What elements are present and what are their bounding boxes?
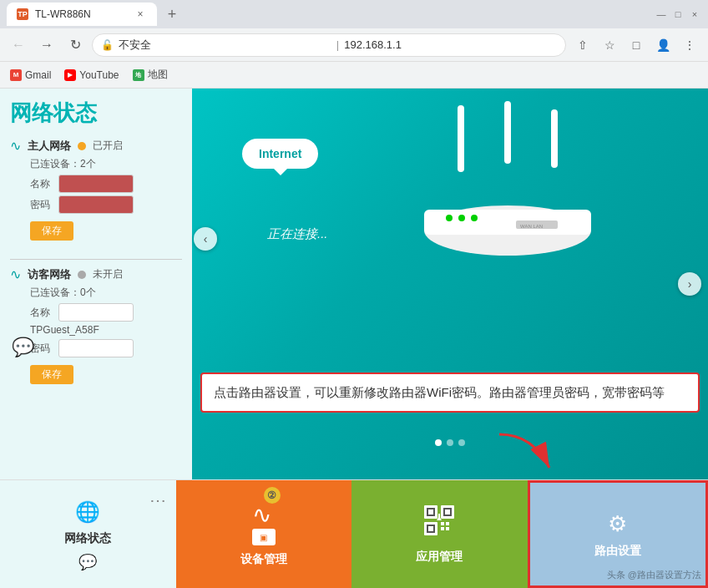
more-options-icon[interactable]: ⋯: [149, 490, 166, 510]
svg-rect-20: [441, 522, 444, 525]
annotation-box: 点击路由器设置，可以重新修改路由器WiFi密码。路由器管理员密码，宽带密码等: [200, 373, 700, 413]
svg-rect-0: [458, 105, 464, 172]
device-screen-icon: ▣: [252, 529, 276, 545]
nav-device-mgmt[interactable]: ② ∿ ▣ 设备管理: [176, 480, 352, 588]
guest-network-section: ∿ 访客网络 未开启 已连设备：0个 名称 TPGuest_A58F 密码 保存: [10, 266, 182, 389]
guest-password-row: 密码: [30, 339, 182, 357]
device-mgmt-badge: ②: [264, 487, 281, 504]
browser-toolbar: ← → ↻ 🔓 不安全 | 192.168.1.1 ⇧ ☆ □ 👤 ⋮: [0, 28, 708, 62]
share-icon[interactable]: ⇧: [571, 33, 594, 57]
profile-icon[interactable]: 👤: [651, 33, 675, 57]
tab-favicon: TP: [17, 8, 28, 20]
browser-tab[interactable]: TP TL-WR886N ×: [7, 3, 157, 26]
nav-app-mgmt[interactable]: 应用管理: [351, 480, 528, 588]
main-save-button[interactable]: 保存: [30, 221, 73, 241]
main-network-section: ∿ 主人网络 已开启 已连设备：2个 名称 密码 保存: [10, 138, 182, 246]
annotation-text: 点击路由器设置，可以重新修改路由器WiFi密码。路由器管理员密码，宽带密码等: [214, 385, 665, 399]
star-icon[interactable]: ☆: [598, 33, 621, 57]
maximize-button[interactable]: □: [671, 8, 685, 21]
forward-button[interactable]: →: [35, 33, 58, 57]
nav-network-status[interactable]: ⋯ 🌐 网络状态 💬: [0, 480, 176, 588]
carousel-dot-2: [447, 439, 453, 446]
main-password-label: 密码: [30, 198, 53, 212]
internet-cloud: Internet: [242, 139, 318, 169]
wifi-icon-guest: ∿: [10, 266, 21, 282]
guest-name-input[interactable]: [58, 303, 134, 322]
sidebar-divider: [10, 259, 182, 260]
bottom-nav: ⋯ 🌐 网络状态 💬 ② ∿ ▣ 设备管理: [0, 479, 708, 588]
guest-ssid-display: TPGuest_A58F: [30, 324, 182, 336]
back-button[interactable]: ←: [7, 33, 30, 57]
carousel-dots: [435, 439, 465, 446]
page-content: 网络状态 ∿ 主人网络 已开启 已连设备：2个 名称 密码 保存: [0, 89, 708, 479]
bookmark-youtube[interactable]: ▶ YouTube: [64, 69, 119, 81]
main-network-label: 主人网络: [28, 139, 71, 154]
svg-rect-22: [441, 527, 444, 530]
main-name-row: 名称: [30, 175, 182, 193]
chat-icon: 💬: [12, 337, 34, 357]
guest-network-status: 未开启: [93, 267, 123, 281]
guest-password-input[interactable]: [58, 339, 134, 357]
watermark: 头条 @路由器设置方法: [607, 569, 701, 581]
main-network-status-dot: [78, 142, 86, 150]
svg-rect-25: [438, 514, 440, 518]
security-label: 不安全: [119, 38, 331, 53]
guest-network-header: ∿ 访客网络 未开启: [10, 266, 182, 282]
nav-router-settings-label: 路由设置: [594, 544, 641, 559]
maps-icon: 地: [133, 69, 144, 81]
cloud-label: Internet: [259, 147, 301, 160]
guest-name-row: 名称: [30, 303, 182, 322]
svg-rect-23: [446, 527, 449, 530]
minimize-button[interactable]: —: [655, 8, 668, 21]
browser-frame: TP TL-WR886N × + — □ × ← → ↻ 🔓 不安全 | 192…: [0, 0, 708, 588]
close-button[interactable]: ×: [688, 8, 701, 21]
main-password-input[interactable]: [58, 195, 134, 214]
nav-device-mgmt-label: 设备管理: [240, 552, 287, 567]
bookmark-gmail[interactable]: M Gmail: [10, 69, 51, 81]
bookmark-youtube-label: YouTube: [79, 69, 119, 81]
tab-title: TL-WR886N: [35, 8, 91, 20]
toolbar-icons: ⇧ ☆ □ 👤 ⋮: [571, 33, 701, 57]
svg-rect-21: [446, 522, 449, 525]
guest-name-label: 名称: [30, 306, 53, 320]
cloud-area: Internet: [242, 139, 318, 169]
sidebar-title: 网络状态: [10, 99, 182, 128]
new-tab-button[interactable]: +: [160, 3, 184, 26]
security-icon: 🔓: [101, 39, 114, 51]
globe-icon: 🌐: [75, 500, 100, 523]
main-name-input[interactable]: [58, 175, 134, 193]
connecting-text: 正在连接...: [267, 226, 328, 242]
guest-save-button[interactable]: 保存: [30, 365, 73, 384]
bookmark-maps[interactable]: 地 地图: [133, 68, 168, 82]
carousel-prev-button[interactable]: ‹: [194, 227, 217, 251]
menu-icon[interactable]: ⋮: [678, 33, 701, 57]
bookmarks-bar: M Gmail ▶ YouTube 地 地图: [0, 62, 708, 89]
refresh-button[interactable]: ↻: [63, 33, 87, 57]
guest-devices-count: 已连设备：0个: [30, 286, 182, 300]
url-text: 192.168.1.1: [344, 38, 557, 51]
router-settings-icon-area: ⚙: [608, 510, 627, 537]
address-bar[interactable]: 🔓 不安全 | 192.168.1.1: [92, 33, 566, 57]
wifi-big-icon: ∿: [252, 502, 271, 528]
nav-chat-icon: 💬: [78, 553, 97, 571]
extensions-icon[interactable]: □: [625, 33, 648, 57]
svg-rect-16: [445, 509, 450, 514]
main-name-label: 名称: [30, 177, 53, 191]
device-mgmt-icon-area: ∿ ▣: [252, 501, 276, 545]
svg-point-7: [446, 215, 453, 221]
nav-network-status-label: 网络状态: [64, 531, 111, 546]
main-network-status: 已开启: [93, 139, 123, 153]
youtube-icon: ▶: [64, 69, 76, 81]
carousel-next-button[interactable]: ›: [678, 272, 701, 296]
guest-network-status-dot: [78, 271, 86, 279]
sidebar: 网络状态 ∿ 主人网络 已开启 已连设备：2个 名称 密码 保存: [0, 89, 192, 479]
main-content-area: WAN LAN Internet 正在连接... 点击路由器设置，可以重新修改路…: [192, 89, 708, 479]
tab-close-button[interactable]: ×: [134, 8, 147, 21]
guest-network-label: 访客网络: [28, 267, 71, 282]
wifi-icon-main: ∿: [10, 138, 21, 154]
nav-app-mgmt-label: 应用管理: [416, 550, 463, 565]
svg-rect-1: [504, 101, 511, 164]
chat-icon-area: 💬: [12, 337, 34, 358]
gmail-icon: M: [10, 69, 22, 81]
bookmark-maps-label: 地图: [148, 68, 168, 82]
